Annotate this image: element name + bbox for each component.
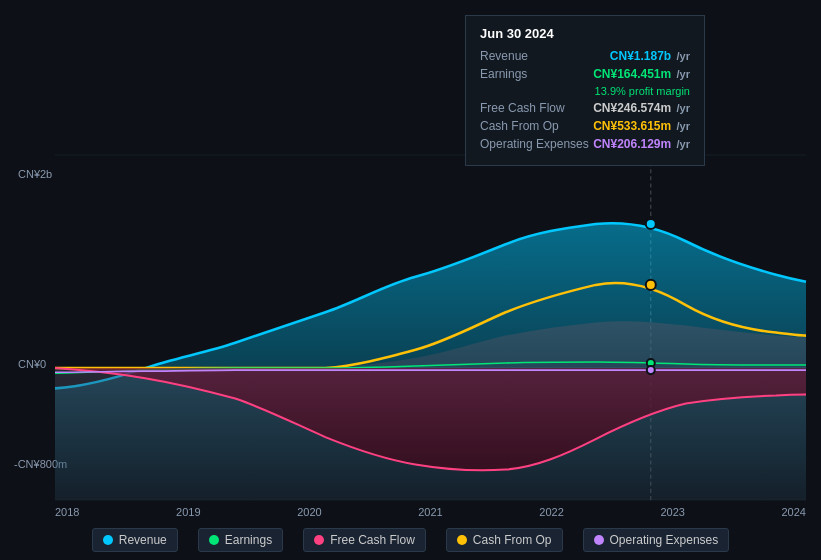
x-label-2020: 2020 xyxy=(297,506,321,518)
x-label-2024: 2024 xyxy=(781,506,805,518)
tooltip-value-cashfromop: CN¥533.615m /yr xyxy=(593,119,690,133)
legend-label-cashfromop: Cash From Op xyxy=(473,533,552,547)
x-label-2022: 2022 xyxy=(539,506,563,518)
legend-item-fcf[interactable]: Free Cash Flow xyxy=(303,528,426,552)
tooltip-box: Jun 30 2024 Revenue CN¥1.187b /yr Earnin… xyxy=(465,15,705,166)
x-label-2018: 2018 xyxy=(55,506,79,518)
legend-dot-opex xyxy=(594,535,604,545)
x-label-2021: 2021 xyxy=(418,506,442,518)
legend-dot-revenue xyxy=(103,535,113,545)
tooltip-row-cashfromop: Cash From Op CN¥533.615m /yr xyxy=(480,119,690,133)
legend-dot-cashfromop xyxy=(457,535,467,545)
svg-point-4 xyxy=(646,219,656,229)
legend-label-fcf: Free Cash Flow xyxy=(330,533,415,547)
legend-label-earnings: Earnings xyxy=(225,533,272,547)
tooltip-row-earnings: Earnings CN¥164.451m /yr xyxy=(480,67,690,81)
profit-margin-row: 13.9% profit margin xyxy=(480,85,690,97)
x-label-2019: 2019 xyxy=(176,506,200,518)
tooltip-date: Jun 30 2024 xyxy=(480,26,690,41)
profit-margin-text: 13.9% profit margin xyxy=(595,85,690,97)
tooltip-value-fcf: CN¥246.574m /yr xyxy=(593,101,690,115)
tooltip-label-revenue: Revenue xyxy=(480,49,590,63)
svg-point-5 xyxy=(646,280,656,290)
y-label-zero: CN¥0 xyxy=(18,358,46,370)
tooltip-label-cashfromop: Cash From Op xyxy=(480,119,590,133)
x-label-2023: 2023 xyxy=(660,506,684,518)
y-label-top: CN¥2b xyxy=(18,168,52,180)
legend-item-cashfromop[interactable]: Cash From Op xyxy=(446,528,563,552)
tooltip-label-fcf: Free Cash Flow xyxy=(480,101,590,115)
tooltip-value-revenue: CN¥1.187b /yr xyxy=(610,49,690,63)
chart-container: Jun 30 2024 Revenue CN¥1.187b /yr Earnin… xyxy=(0,0,821,560)
tooltip-label-earnings: Earnings xyxy=(480,67,590,81)
legend-label-opex: Operating Expenses xyxy=(610,533,719,547)
legend: Revenue Earnings Free Cash Flow Cash Fro… xyxy=(0,528,821,552)
legend-dot-earnings xyxy=(209,535,219,545)
svg-point-7 xyxy=(647,366,655,374)
legend-item-earnings[interactable]: Earnings xyxy=(198,528,283,552)
tooltip-value-earnings: CN¥164.451m /yr xyxy=(593,67,690,81)
tooltip-value-opex: CN¥206.129m /yr xyxy=(593,137,690,151)
x-axis-labels: 2018 2019 2020 2021 2022 2023 2024 xyxy=(55,506,806,518)
chart-svg xyxy=(55,155,806,500)
tooltip-row-fcf: Free Cash Flow CN¥246.574m /yr xyxy=(480,101,690,115)
tooltip-row-revenue: Revenue CN¥1.187b /yr xyxy=(480,49,690,63)
legend-label-revenue: Revenue xyxy=(119,533,167,547)
legend-item-opex[interactable]: Operating Expenses xyxy=(583,528,730,552)
legend-dot-fcf xyxy=(314,535,324,545)
tooltip-row-opex: Operating Expenses CN¥206.129m /yr xyxy=(480,137,690,151)
chart-area xyxy=(55,155,806,500)
tooltip-label-opex: Operating Expenses xyxy=(480,137,590,151)
legend-item-revenue[interactable]: Revenue xyxy=(92,528,178,552)
